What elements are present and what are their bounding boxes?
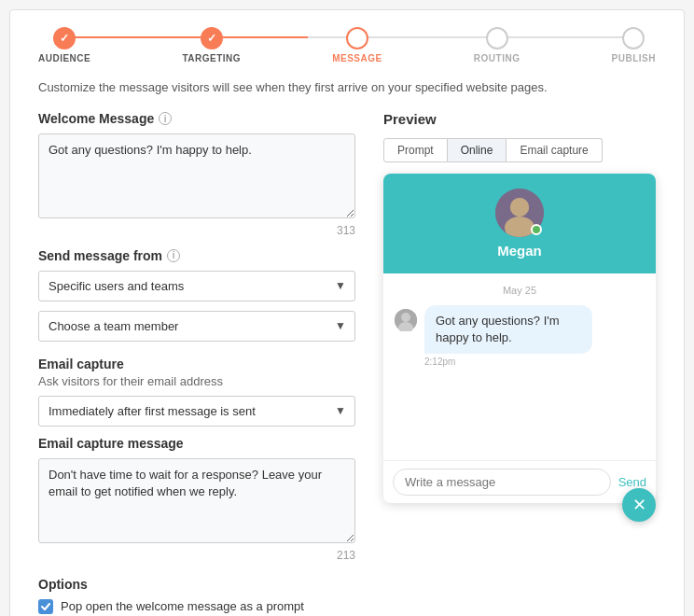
step-circle-targeting: ✓ bbox=[201, 27, 223, 49]
options-title: Options bbox=[38, 577, 355, 592]
email-capture-title: Email capture bbox=[38, 357, 355, 371]
tab-email-capture[interactable]: Email capture bbox=[507, 138, 602, 162]
send-from-select[interactable]: Specific users and teams A specific user… bbox=[38, 271, 355, 301]
pop-open-checkbox[interactable] bbox=[38, 599, 53, 614]
step-publish: PUBLISH bbox=[612, 27, 656, 63]
left-column: Welcome Message i Got any questions? I'm… bbox=[38, 111, 355, 614]
progress-bar: ✓ AUDIENCE ✓ TARGETING MESSAGE ROUTING P… bbox=[10, 10, 684, 73]
pop-open-label: Pop open the welcome message as a prompt bbox=[61, 599, 304, 613]
chat-send-button[interactable]: Send bbox=[618, 475, 646, 489]
pop-open-checkbox-row: Pop open the welcome message as a prompt bbox=[38, 599, 355, 614]
email-capture-char-count: 213 bbox=[38, 549, 355, 562]
chat-input-row: Send bbox=[383, 460, 656, 503]
welcome-message-textarea[interactable]: Got any questions? I'm happy to help. bbox=[38, 133, 355, 218]
email-capture-timing-select[interactable]: Immediately after first message is sent … bbox=[38, 396, 355, 427]
step-label-routing: ROUTING bbox=[474, 53, 520, 63]
preview-container: Megan May 25 bbox=[383, 174, 656, 522]
chat-date: May 25 bbox=[395, 285, 645, 296]
avatar-status-indicator bbox=[531, 224, 542, 235]
tab-online[interactable]: Online bbox=[448, 138, 507, 162]
email-capture-subtitle: Ask visitors for their email address bbox=[38, 374, 355, 388]
step-circle-audience: ✓ bbox=[53, 27, 76, 49]
step-label-targeting: TARGETING bbox=[182, 53, 241, 63]
chat-fab-button[interactable]: ✕ bbox=[622, 488, 656, 522]
chat-header: Megan bbox=[383, 174, 656, 273]
step-label-message: MESSAGE bbox=[332, 53, 382, 63]
step-circle-message bbox=[346, 27, 368, 49]
svg-point-5 bbox=[401, 313, 410, 322]
email-capture-timing-wrapper: Immediately after first message is sent … bbox=[38, 396, 355, 427]
email-capture-msg-label: Email capture message bbox=[38, 436, 355, 451]
svg-point-3 bbox=[510, 198, 529, 217]
welcome-message-info-icon[interactable]: i bbox=[159, 112, 172, 125]
step-routing: ROUTING bbox=[474, 27, 520, 63]
tab-prompt[interactable]: Prompt bbox=[383, 138, 448, 162]
chat-bubble-column: Got any questions? I'm happy to help. 2:… bbox=[424, 305, 592, 367]
chat-time: 2:12pm bbox=[424, 357, 592, 367]
preview-title: Preview bbox=[383, 111, 656, 127]
team-member-select[interactable]: Choose a team member bbox=[38, 311, 355, 342]
email-capture-message-textarea[interactable]: Don't have time to wait for a response? … bbox=[38, 458, 355, 543]
step-label-publish: PUBLISH bbox=[612, 53, 656, 63]
chat-message-row: Got any questions? I'm happy to help. 2:… bbox=[395, 305, 645, 367]
chat-bubble: Got any questions? I'm happy to help. bbox=[424, 305, 592, 354]
chat-input[interactable] bbox=[393, 469, 611, 496]
content-area: Customize the message visitors will see … bbox=[10, 73, 684, 616]
send-from-info-icon[interactable]: i bbox=[167, 249, 180, 262]
welcome-message-label: Welcome Message i bbox=[38, 111, 355, 126]
chat-widget: Megan May 25 bbox=[383, 174, 656, 503]
chat-body: May 25 Got any bbox=[383, 273, 656, 460]
step-audience: ✓ AUDIENCE bbox=[38, 27, 90, 63]
right-column: Preview Prompt Online Email capture bbox=[383, 111, 656, 614]
step-label-audience: AUDIENCE bbox=[38, 53, 90, 63]
step-circle-routing bbox=[486, 27, 508, 49]
step-circle-publish bbox=[622, 27, 645, 49]
team-member-select-wrapper: Choose a team member ▼ bbox=[38, 311, 355, 342]
chat-agent-name: Megan bbox=[497, 243, 542, 259]
page-subtitle: Customize the message visitors will see … bbox=[38, 80, 656, 94]
chat-avatar-small bbox=[395, 309, 417, 331]
fab-container: ✕ bbox=[622, 488, 656, 522]
send-from-select-wrapper: Specific users and teams A specific user… bbox=[38, 271, 355, 301]
avatar-wrapper bbox=[495, 189, 544, 237]
preview-tabs: Prompt Online Email capture bbox=[383, 138, 656, 162]
two-col-layout: Welcome Message i Got any questions? I'm… bbox=[38, 111, 656, 614]
app-container: ✓ AUDIENCE ✓ TARGETING MESSAGE ROUTING P… bbox=[9, 9, 685, 616]
welcome-message-wrapper: Got any questions? I'm happy to help. 31… bbox=[38, 133, 355, 237]
step-message: MESSAGE bbox=[332, 27, 382, 63]
welcome-message-char-count: 313 bbox=[38, 224, 355, 237]
step-targeting: ✓ TARGETING bbox=[182, 27, 241, 63]
send-from-label: Send message from i bbox=[38, 248, 355, 263]
email-capture-msg-wrapper: Don't have time to wait for a response? … bbox=[38, 458, 355, 562]
